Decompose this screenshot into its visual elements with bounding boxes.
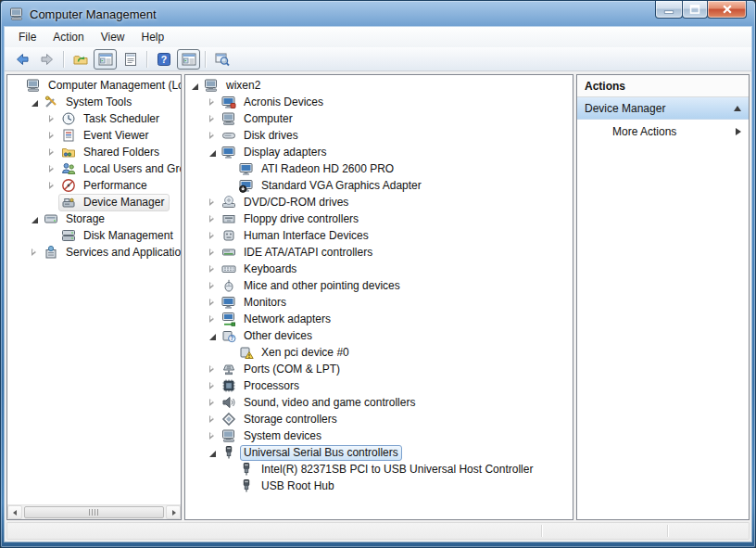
expander-collapsed-icon[interactable] — [207, 313, 219, 325]
tree-item[interactable]: Other devices — [185, 327, 573, 344]
menu-file[interactable]: File — [10, 28, 44, 46]
tree-item[interactable]: Services and Applications — [7, 244, 181, 261]
tree-item-body: Computer — [219, 110, 298, 128]
expander-collapsed-icon[interactable] — [207, 247, 219, 259]
expander-collapsed-icon[interactable] — [207, 397, 219, 409]
expander-collapsed-icon[interactable] — [46, 130, 58, 142]
tree-item-body: Task Scheduler — [58, 110, 165, 128]
close-button[interactable] — [707, 1, 747, 19]
expander-collapsed-icon[interactable] — [207, 130, 219, 142]
tree-item[interactable]: Device Manager — [7, 194, 181, 210]
expander-collapsed-icon[interactable] — [207, 113, 219, 125]
tree-item[interactable]: wixen2 — [185, 77, 573, 94]
tree-item-label: wixen2 — [222, 78, 264, 94]
tree-item[interactable]: Computer Management (Local — [7, 77, 181, 94]
tree-item[interactable]: Storage controllers — [185, 411, 573, 427]
expander-collapsed-icon[interactable] — [46, 113, 58, 125]
expander-expanded-icon[interactable] — [207, 330, 219, 342]
tree-item[interactable]: Disk drives — [185, 127, 573, 144]
scroll-left-button[interactable] — [7, 505, 22, 519]
tree-item[interactable]: System devices — [185, 427, 573, 444]
tree-item[interactable]: USB Root Hub — [185, 478, 573, 494]
minimize-button[interactable] — [655, 1, 683, 19]
expander-collapsed-icon[interactable] — [46, 180, 58, 192]
tree-item-label: ATI Radeon HD 2600 PRO — [258, 161, 397, 177]
tree-item[interactable]: Shared Folders — [7, 144, 181, 160]
tree-item[interactable]: DVD/CD-ROM drives — [185, 194, 573, 210]
expander-collapsed-icon[interactable] — [207, 363, 219, 376]
actions-group-header[interactable]: Device Manager — [577, 97, 749, 120]
tree-item[interactable]: Acronis Devices — [185, 94, 573, 110]
tree-item-label: Network adapters — [240, 312, 334, 327]
tree-item[interactable]: Intel(R) 82371SB PCI to USB Universal Ho… — [185, 461, 573, 478]
expander-collapsed-icon[interactable] — [207, 230, 219, 242]
help-button[interactable] — [152, 49, 175, 70]
expander-expanded-icon[interactable] — [29, 213, 41, 225]
tree-item[interactable]: Universal Serial Bus controllers — [185, 444, 573, 461]
properties-button[interactable] — [119, 49, 142, 70]
expander-expanded-icon[interactable] — [207, 147, 219, 159]
expander-spacer — [224, 180, 236, 192]
expander-collapsed-icon[interactable] — [207, 430, 219, 442]
tree-item[interactable]: ATI Radeon HD 2600 PRO — [185, 160, 573, 177]
menu-action[interactable]: Action — [44, 28, 92, 46]
chevron-up-icon[interactable] — [734, 106, 741, 111]
show-console-tree-button[interactable] — [94, 49, 117, 70]
tree-item[interactable]: Standard VGA Graphics Adapter — [185, 177, 573, 194]
tree-item[interactable]: Event Viewer — [7, 127, 181, 144]
tree-item[interactable]: Performance — [7, 177, 181, 194]
expander-collapsed-icon[interactable] — [207, 213, 219, 225]
tree-item[interactable]: Storage — [7, 210, 181, 227]
expander-collapsed-icon[interactable] — [46, 147, 58, 159]
title-bar[interactable]: Computer Management — [1, 1, 755, 27]
tree-item[interactable]: Network adapters — [185, 311, 573, 327]
up-one-level-button[interactable] — [69, 49, 92, 70]
tree-item-body: System devices — [219, 427, 327, 445]
tree-item[interactable]: Xen pci device #0 — [185, 344, 573, 361]
more-actions-item[interactable]: More Actions — [577, 120, 749, 144]
forward-button[interactable] — [35, 49, 58, 70]
expander-collapsed-icon[interactable] — [29, 247, 41, 259]
tree-item[interactable]: System Tools — [7, 94, 181, 110]
scroll-right-button[interactable] — [166, 505, 181, 519]
expander-expanded-icon[interactable] — [189, 80, 201, 92]
scan-for-hardware-changes-button[interactable] — [210, 49, 233, 70]
tree-item[interactable]: Display adapters — [185, 144, 573, 160]
submenu-arrow-icon — [736, 128, 741, 135]
tree-item[interactable]: Sound, video and game controllers — [185, 394, 573, 411]
tree-item[interactable]: Human Interface Devices — [185, 227, 573, 244]
tree-item[interactable]: Keyboards — [185, 261, 573, 277]
tree-item[interactable]: Floppy drive controllers — [185, 210, 573, 227]
tree-item-label: Computer Management (Local — [44, 78, 181, 94]
tree-item-body: Disk drives — [219, 127, 304, 145]
expander-collapsed-icon[interactable] — [207, 96, 219, 108]
tree-item[interactable]: IDE ATA/ATAPI controllers — [185, 244, 573, 261]
menu-bar: FileActionViewHelp — [5, 27, 751, 47]
expander-collapsed-icon[interactable] — [46, 163, 58, 175]
show-action-pane-button[interactable] — [177, 49, 200, 70]
expander-collapsed-icon[interactable] — [207, 280, 219, 292]
scrollbar-track[interactable] — [22, 505, 166, 519]
tree-item[interactable]: Disk Management — [7, 227, 181, 244]
tree-item[interactable]: Ports (COM & LPT) — [185, 361, 573, 377]
tree-item[interactable]: Processors — [185, 377, 573, 394]
expander-collapsed-icon[interactable] — [207, 297, 219, 309]
expander-collapsed-icon[interactable] — [207, 380, 219, 392]
tree-item[interactable]: Monitors — [185, 294, 573, 311]
tree-item[interactable]: Mice and other pointing devices — [185, 277, 573, 294]
menu-help[interactable]: Help — [133, 28, 173, 46]
tree-item[interactable]: Task Scheduler — [7, 110, 181, 127]
maximize-button[interactable] — [682, 1, 708, 19]
menu-view[interactable]: View — [93, 28, 133, 46]
tree-item[interactable]: Local Users and Groups — [7, 160, 181, 177]
expander-collapsed-icon[interactable] — [207, 414, 219, 426]
expander-expanded-icon[interactable] — [207, 447, 219, 459]
tree-item[interactable]: Computer — [185, 110, 573, 127]
scrollbar-grip-icon — [89, 509, 99, 516]
back-button[interactable] — [10, 49, 33, 70]
expander-collapsed-icon[interactable] — [207, 197, 219, 209]
scrollbar-thumb[interactable] — [24, 506, 164, 518]
expander-expanded-icon[interactable] — [29, 96, 41, 108]
expander-collapsed-icon[interactable] — [207, 263, 219, 275]
scan-magnifier-icon — [214, 51, 231, 68]
